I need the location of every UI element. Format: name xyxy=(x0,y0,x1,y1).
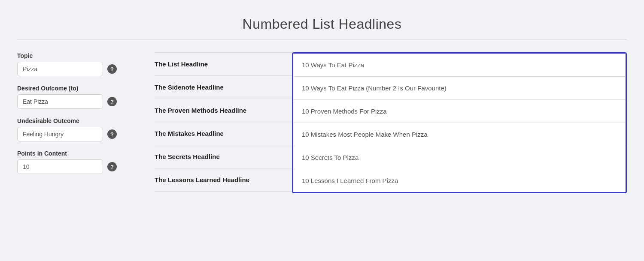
help-icon-topic[interactable]: ? xyxy=(107,64,117,74)
field-group-desired_outcome: Desired Outcome (to)? xyxy=(17,85,129,109)
field-group-topic: Topic? xyxy=(17,52,129,76)
value-column-wrapper: 10 Ways To Eat Pizza10 Ways To Eat Pizza… xyxy=(292,52,627,193)
row-value-lessons_learned_headline: 10 Lessons I Learned From Pizza xyxy=(293,169,626,192)
field-group-undesirable_outcome: Undesirable Outcome? xyxy=(17,117,129,141)
field-row-topic: ? xyxy=(17,62,129,76)
right-panel: The List HeadlineThe Sidenote HeadlineTh… xyxy=(155,52,627,193)
section-divider xyxy=(17,39,627,39)
row-value-proven_methods_headline: 10 Proven Methods For Pizza xyxy=(293,100,626,123)
row-value-sidenote_headline: 10 Ways To Eat Pizza (Number 2 Is Our Fa… xyxy=(293,77,626,100)
row-label-sidenote_headline: The Sidenote Headline xyxy=(155,76,292,99)
row-label-mistakes_headline: The Mistakes Headline xyxy=(155,122,292,145)
row-label-list_headline: The List Headline xyxy=(155,52,292,76)
row-value-secrets_headline: 10 Secrets To Pizza xyxy=(293,146,626,169)
page-container: Numbered List Headlines Topic?Desired Ou… xyxy=(0,0,644,210)
field-label-desired_outcome: Desired Outcome (to) xyxy=(17,85,129,92)
field-label-points_in_content: Points in Content xyxy=(17,150,129,157)
field-label-undesirable_outcome: Undesirable Outcome xyxy=(17,117,129,124)
field-row-desired_outcome: ? xyxy=(17,94,129,109)
row-label-lessons_learned_headline: The Lessons Learned Headline xyxy=(155,168,292,192)
field-row-points_in_content: ? xyxy=(17,159,129,174)
row-value-list_headline: 10 Ways To Eat Pizza xyxy=(293,54,626,77)
field-group-points_in_content: Points in Content? xyxy=(17,150,129,174)
field-input-points_in_content[interactable] xyxy=(17,159,103,174)
field-input-topic[interactable] xyxy=(17,62,103,76)
label-column: The List HeadlineThe Sidenote HeadlineTh… xyxy=(155,52,292,193)
field-row-undesirable_outcome: ? xyxy=(17,127,129,141)
row-label-secrets_headline: The Secrets Headline xyxy=(155,145,292,168)
page-title: Numbered List Headlines xyxy=(17,9,627,39)
help-icon-undesirable_outcome[interactable]: ? xyxy=(107,129,117,139)
help-icon-desired_outcome[interactable]: ? xyxy=(107,97,117,106)
left-panel: Topic?Desired Outcome (to)?Undesirable O… xyxy=(17,52,129,174)
row-value-mistakes_headline: 10 Mistakes Most People Make When Pizza xyxy=(293,123,626,146)
help-icon-points_in_content[interactable]: ? xyxy=(107,162,117,171)
main-layout: Topic?Desired Outcome (to)?Undesirable O… xyxy=(17,52,627,193)
field-input-desired_outcome[interactable] xyxy=(17,94,103,109)
field-label-topic: Topic xyxy=(17,52,129,59)
field-input-undesirable_outcome[interactable] xyxy=(17,127,103,141)
row-label-proven_methods_headline: The Proven Methods Headline xyxy=(155,99,292,122)
table-outer: The List HeadlineThe Sidenote HeadlineTh… xyxy=(155,52,627,193)
